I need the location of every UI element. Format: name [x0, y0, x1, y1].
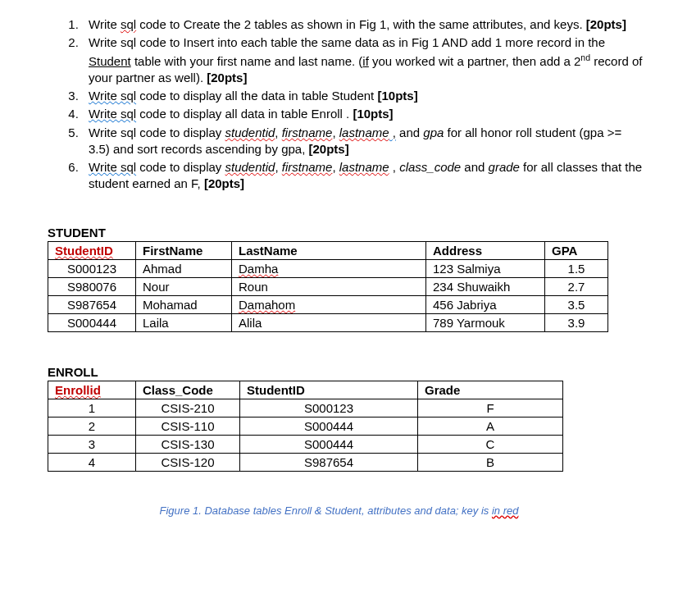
table-cell: 234 Shuwaikh [426, 277, 545, 295]
column-header: LastName [232, 241, 426, 259]
column-header: FirstName [136, 241, 232, 259]
table-cell: 3.9 [545, 313, 608, 331]
table-cell: 123 Salmiya [426, 259, 545, 277]
table-cell: S980076 [48, 277, 136, 295]
table-row: 3CSIS-130S000444C [48, 435, 563, 453]
table-cell: C [418, 435, 563, 453]
question-item: Write sql code to display all data in ta… [82, 106, 645, 122]
table-row: S000123AhmadDamha123 Salmiya1.5 [48, 259, 608, 277]
table-cell: Mohamad [136, 295, 232, 313]
table-cell: CSIS-210 [136, 399, 240, 417]
table-cell: Ahmad [136, 259, 232, 277]
table-cell: S987654 [240, 453, 418, 471]
table-row: S987654MohamadDamahom456 Jabriya3.5 [48, 295, 608, 313]
table-cell: S000444 [48, 313, 136, 331]
table-cell: 3 [48, 435, 136, 453]
column-header: StudentID [240, 381, 418, 399]
table-cell: Damha [232, 259, 426, 277]
table-cell: A [418, 417, 563, 435]
table-cell: Damahom [232, 295, 426, 313]
table-cell: Laila [136, 313, 232, 331]
column-header: GPA [545, 241, 608, 259]
table-cell: 789 Yarmouk [426, 313, 545, 331]
column-header: Class_Code [136, 381, 240, 399]
table-cell: CSIS-120 [136, 453, 240, 471]
student-label: STUDENT [48, 226, 645, 240]
table-row: S980076NourRoun234 Shuwaikh2.7 [48, 277, 608, 295]
question-list: Write sql code to Create the 2 tables as… [82, 16, 645, 193]
table-row: 4CSIS-120S987654B [48, 453, 563, 471]
table-cell: 4 [48, 453, 136, 471]
student-table: StudentIDFirstNameLastNameAddressGPAS000… [48, 241, 608, 332]
question-item: Write sql code to display studentid, fir… [82, 125, 645, 158]
enroll-table: EnrollidClass_CodeStudentIDGrade1CSIS-21… [48, 381, 563, 472]
caption-prefix: Figure 1. Database tables Enroll & Stude… [160, 504, 492, 517]
table-row: S000444LailaAlila789 Yarmouk3.9 [48, 313, 608, 331]
table-cell: CSIS-130 [136, 435, 240, 453]
figure-caption: Figure 1. Database tables Enroll & Stude… [33, 504, 645, 517]
table-row: 1CSIS-210S000123F [48, 399, 563, 417]
table-cell: 1 [48, 399, 136, 417]
enroll-label: ENROLL [48, 365, 645, 379]
table-cell: S987654 [48, 295, 136, 313]
table-cell: Roun [232, 277, 426, 295]
table-cell: 2.7 [545, 277, 608, 295]
table-cell: B [418, 453, 563, 471]
question-item: Write sql code to Insert into each table… [82, 34, 645, 86]
column-header: Grade [418, 381, 563, 399]
question-item: Write sql code to Create the 2 tables as… [82, 16, 645, 33]
column-header: StudentID [48, 241, 136, 259]
table-cell: S000444 [240, 417, 418, 435]
table-cell: CSIS-110 [136, 417, 240, 435]
table-cell: S000123 [240, 399, 418, 417]
table-cell: Alila [232, 313, 426, 331]
question-item: Write sql code to display studentid, fir… [82, 159, 645, 193]
column-header: Address [426, 241, 545, 259]
table-cell: S000444 [240, 435, 418, 453]
table-cell: S000123 [48, 259, 136, 277]
table-row: 2CSIS-110S000444A [48, 417, 563, 435]
question-item: Write sql code to display all the data i… [82, 88, 645, 104]
table-cell: Nour [136, 277, 232, 295]
table-cell: 3.5 [545, 295, 608, 313]
column-header: Enrollid [48, 381, 136, 399]
table-cell: 2 [48, 417, 136, 435]
table-cell: 1.5 [545, 259, 608, 277]
caption-keytext: in red [492, 504, 519, 517]
table-cell: F [418, 399, 563, 417]
table-cell: 456 Jabriya [426, 295, 545, 313]
